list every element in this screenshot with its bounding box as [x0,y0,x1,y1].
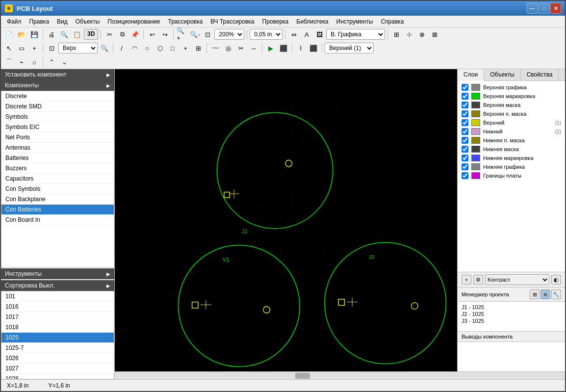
item-1018[interactable]: 1018 [1,322,114,333]
export-button[interactable]: ⊠ [429,28,440,40]
pm-settings-button[interactable]: 🔧 [551,289,561,299]
h-scroll-thumb[interactable] [295,373,310,379]
pcb-canvas[interactable]: J1 V1 [115,69,457,371]
image-button[interactable]: 🖼 [313,28,325,40]
item-1025-7[interactable]: 1025-7 [1,343,114,353]
layer-check-board[interactable] [462,172,468,179]
menu-objects[interactable]: Объекты [72,17,104,26]
unit-select[interactable]: 0,05 in [250,29,283,40]
list-item-buzzers[interactable]: Buzzers [1,163,114,174]
list-item-batteries[interactable]: Batteries [1,153,114,163]
layer-check-top-pmask[interactable] [462,110,468,117]
list-item-con-board-in[interactable]: Con Board In [1,215,114,225]
measure-button[interactable]: ↔ [248,42,259,54]
paste-button[interactable]: 📌 [129,28,141,40]
layer-check-top-graphic[interactable] [462,84,468,91]
copy-button[interactable]: 📋 [71,28,83,40]
layer-check-top-mark[interactable] [462,93,468,100]
line-button[interactable]: / [116,42,128,54]
tool4-button[interactable]: ⌃ [46,56,57,68]
components-header[interactable]: Компоненты ▶ [1,80,114,91]
zoom-in-button[interactable]: 🔍+ [176,28,188,40]
item-1017[interactable]: 1017 [1,312,114,322]
text-button[interactable]: A [301,28,312,40]
menu-help[interactable]: Справка [377,17,408,26]
menu-hf-route[interactable]: ВЧ Трассировка [206,17,258,26]
tab-properties[interactable]: Свойства [521,69,559,80]
tool1-button[interactable]: ⌒ [3,56,15,68]
tab-objects[interactable]: Объекты [484,69,521,80]
circle-button[interactable]: ○ [141,42,153,54]
item-1026[interactable]: 1026 [1,353,114,364]
grid-button[interactable]: ⊞ [390,28,402,40]
poly-button[interactable]: ⬡ [154,42,166,54]
new-button[interactable]: 📄 [3,28,15,40]
list-item-discrete[interactable]: Discrete [1,91,114,102]
tools-header[interactable]: Инструменты ▶ [1,268,114,279]
layer-check-bot-graphic[interactable] [462,163,468,170]
menu-view[interactable]: Вид [53,17,72,26]
item-1028[interactable]: 1028 [1,374,114,379]
list-item-symbols-eic[interactable]: Symbols EIC [1,122,114,132]
comp-button[interactable]: ⊡ [46,42,57,54]
3d-button[interactable]: 3D [84,29,98,40]
tab-layers[interactable]: Слои [458,69,484,81]
menu-check[interactable]: Проверка [258,17,293,26]
track-button[interactable]: 〰 [209,42,221,54]
pm-list-button[interactable]: ≡ [540,289,550,299]
route2-button[interactable]: ⌇ [295,42,307,54]
menu-route[interactable]: Трассировка [164,17,207,26]
save-button[interactable]: 💾 [28,28,40,40]
pm-item-j1[interactable]: J1 - 1025 [462,304,561,311]
install-component-header[interactable]: Установить компонент ▶ [1,69,114,80]
grid2-button[interactable]: ⊞ [192,42,204,54]
find-button[interactable]: 🔍 [99,42,110,54]
sort-header[interactable]: Сортировка Выкл. ▶ [1,280,114,291]
menu-library[interactable]: Библиотека [292,17,332,26]
stop-button[interactable]: ⬛ [278,42,289,54]
component-categories-list[interactable]: Discrete Discrete SMD Symbols Symbols EI… [1,91,114,267]
select-rect-button[interactable]: ▭ [16,42,27,54]
preview-button[interactable]: 🔍 [58,28,70,40]
via-button[interactable]: ◎ [222,42,234,54]
tool5-button[interactable]: ⌄ [58,56,70,68]
pm-item-j2[interactable]: J2 - 1025 [462,311,561,317]
arc-button[interactable]: ◠ [129,42,140,54]
cut-button[interactable]: ✂ [103,28,115,40]
settings-layer-button[interactable]: ⚙ [473,275,483,285]
fill-button[interactable]: ⬛ [308,42,319,54]
pm-item-j3[interactable]: J3 - 1025 [462,317,561,324]
open-button[interactable]: 📂 [16,28,27,40]
close-button[interactable]: ✕ [550,3,561,14]
cross-button[interactable]: + [180,42,191,54]
menu-tools[interactable]: Инструменты [333,17,377,26]
copy2-button[interactable]: ⧉ [116,28,128,40]
add-button[interactable]: + [28,42,40,54]
layer-check-bot-mask[interactable] [462,146,468,153]
pm-grid-button[interactable]: ⊞ [530,289,540,299]
redo-button[interactable]: ↪ [159,28,171,40]
layer-check-bot-mark[interactable] [462,155,468,161]
contrast-icon-button[interactable]: ◐ [551,275,561,285]
item-101[interactable]: 101 [1,291,114,302]
minimize-button[interactable]: — [527,3,538,14]
zoom-fit-button[interactable]: ⊡ [202,28,213,40]
component-items-list[interactable]: 101 1016 1017 1018 1025 1025-7 1026 1027… [1,291,114,379]
run-button[interactable]: ▶ [265,42,277,54]
h-scrollbar[interactable] [115,371,565,379]
layer-check-bottom[interactable] [462,128,468,135]
list-item-symbols[interactable]: Symbols [1,112,114,122]
layer-check-top-mask[interactable] [462,102,468,108]
item-1016[interactable]: 1016 [1,302,114,312]
layer-check-bot-pmask[interactable] [462,137,468,144]
drc-button[interactable]: ⊗ [416,28,428,40]
select-button[interactable]: ↖ [3,42,15,54]
contrast-select[interactable]: Контраст [485,274,549,285]
menu-file[interactable]: Файл [3,17,26,26]
list-item-antennas[interactable]: Antennas [1,143,114,153]
print-button[interactable]: 🖨 [46,28,57,40]
item-1027[interactable]: 1027 [1,364,114,374]
mirror-button[interactable]: ⇔ [288,28,300,40]
layer-check-top[interactable] [462,119,468,126]
list-item-net-ports[interactable]: Net Ports [1,132,114,143]
